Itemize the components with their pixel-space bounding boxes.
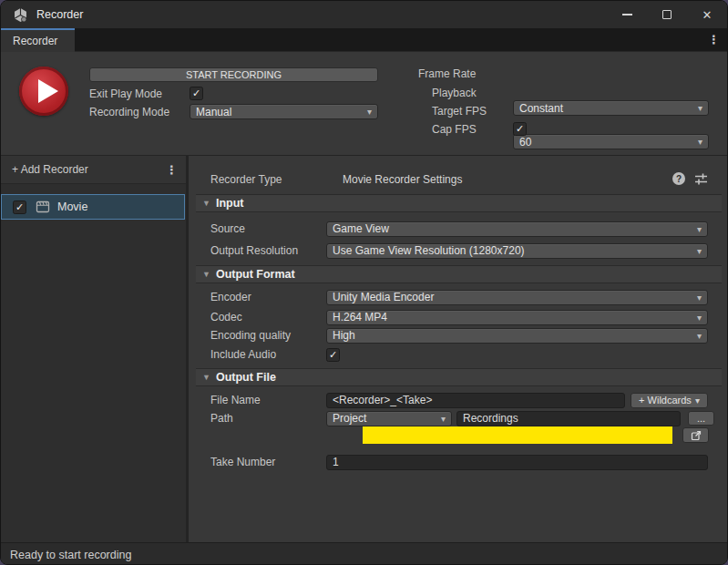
- play-icon: [38, 79, 58, 103]
- section-header-output-format[interactable]: ▼ Output Format: [196, 265, 722, 283]
- record-play-button[interactable]: [19, 67, 68, 116]
- recorder-window: Recorder ✕ Recorder ⋮ START RECORDING Ex…: [0, 0, 728, 565]
- wildcards-button[interactable]: + Wildcards ▾: [631, 393, 708, 408]
- include-audio-checkbox[interactable]: ✓: [326, 348, 340, 362]
- close-icon: ✕: [702, 9, 713, 21]
- chevron-down-icon: ▾: [695, 396, 700, 406]
- help-icon[interactable]: ?: [672, 172, 685, 185]
- chevron-down-icon: ▾: [697, 331, 702, 341]
- encoding-quality-label: Encoding quality: [210, 329, 326, 342]
- sidebar-header: + Add Recorder ⋮: [1, 156, 186, 184]
- chevron-down-icon: ▾: [697, 224, 702, 234]
- path-row: Path Project ▾ ...: [210, 410, 714, 426]
- title-bar: Recorder ✕: [1, 1, 727, 28]
- encoder-value: Unity Media Encoder: [333, 291, 693, 303]
- recording-mode-label: Recording Mode: [89, 106, 169, 118]
- file-name-row: File Name + Wildcards ▾: [210, 392, 708, 408]
- foldout-icon: ▼: [202, 270, 210, 279]
- output-path-preview-highlight: [363, 426, 672, 444]
- take-number-label: Take Number: [210, 456, 326, 468]
- chevron-down-icon: ▾: [697, 246, 702, 256]
- path-input[interactable]: [456, 411, 681, 426]
- source-row: Source Game View ▾: [210, 221, 708, 237]
- output-resolution-value: Use Game View Resolution (1280x720): [333, 244, 693, 257]
- tab-menu-kebab-icon[interactable]: ⋮: [708, 33, 720, 46]
- path-root-dropdown[interactable]: Project ▾: [326, 411, 452, 426]
- ellipsis-label: ...: [697, 413, 705, 424]
- status-bar: Ready to start recording: [1, 542, 727, 565]
- file-name-label: File Name: [210, 394, 326, 406]
- minimize-icon: [622, 14, 632, 15]
- target-fps-value: 60: [519, 136, 694, 149]
- target-fps-label: Target FPS: [432, 105, 487, 118]
- recorder-item-label: Movie: [57, 200, 87, 213]
- close-button[interactable]: ✕: [687, 1, 727, 28]
- tab-strip: Recorder ⋮: [1, 28, 727, 52]
- codec-value: H.264 MP4: [333, 311, 693, 324]
- section-header-input[interactable]: ▼ Input: [196, 194, 722, 212]
- check-icon: ✓: [329, 350, 337, 360]
- browse-path-button[interactable]: ...: [688, 411, 714, 426]
- encoding-quality-dropdown[interactable]: High ▾: [326, 328, 708, 344]
- encoder-dropdown[interactable]: Unity Media Encoder ▾: [326, 290, 708, 305]
- recorder-type-row: Recorder Type Movie Recorder Settings: [210, 171, 462, 188]
- start-recording-button[interactable]: START RECORDING: [89, 67, 378, 82]
- movie-recorder-icon: [36, 200, 50, 214]
- encoding-quality-row: Encoding quality High ▾: [210, 327, 708, 344]
- chevron-down-icon: ▾: [698, 137, 702, 147]
- section-header-output-file[interactable]: ▼ Output File: [196, 368, 722, 386]
- recorder-list-item-movie[interactable]: ✓ Movie: [1, 194, 185, 220]
- output-resolution-dropdown[interactable]: Use Game View Resolution (1280x720) ▾: [326, 243, 708, 259]
- preset-icon[interactable]: [693, 171, 709, 187]
- exit-play-mode-checkbox[interactable]: ✓: [190, 87, 203, 100]
- path-label: Path: [210, 412, 326, 425]
- window-title: Recorder: [36, 8, 83, 21]
- encoding-quality-value: High: [333, 329, 693, 342]
- recorder-list-sidebar: + Add Recorder ⋮ ✓ Movie: [1, 156, 186, 542]
- codec-label: Codec: [210, 311, 326, 324]
- target-fps-dropdown[interactable]: 60 ▾: [513, 134, 709, 149]
- add-recorder-button[interactable]: + Add Recorder: [12, 163, 88, 176]
- status-message: Ready to start recording: [10, 549, 131, 561]
- recorder-settings-panel: Recorder Type Movie Recorder Settings ? …: [189, 156, 727, 542]
- body-area: + Add Recorder ⋮ ✓ Movie: [1, 156, 727, 542]
- movie-enabled-checkbox[interactable]: ✓: [13, 200, 26, 214]
- source-label: Source: [210, 222, 326, 235]
- maximize-button[interactable]: [647, 1, 687, 28]
- check-icon: ✓: [15, 202, 24, 212]
- section-title: Output Format: [216, 268, 295, 281]
- codec-dropdown[interactable]: H.264 MP4 ▾: [326, 310, 708, 325]
- source-value: Game View: [333, 222, 693, 235]
- open-external-icon: [691, 430, 702, 441]
- help-glyph: ?: [676, 174, 682, 184]
- foldout-icon: ▼: [202, 199, 210, 208]
- recorder-type-label: Recorder Type: [210, 173, 343, 186]
- recording-mode-dropdown[interactable]: Manual ▾: [190, 104, 378, 119]
- cap-fps-checkbox[interactable]: ✓: [513, 122, 527, 136]
- take-number-input[interactable]: [326, 455, 708, 470]
- chevron-down-icon: ▾: [367, 107, 372, 117]
- chevron-down-icon: ▾: [697, 293, 702, 303]
- wildcards-label: + Wildcards: [639, 395, 692, 406]
- section-title: Output File: [216, 371, 276, 384]
- window-controls: ✕: [607, 1, 727, 28]
- maximize-icon: [662, 10, 672, 19]
- chevron-down-icon: ▾: [697, 313, 702, 323]
- source-dropdown[interactable]: Game View ▾: [326, 221, 708, 237]
- recording-mode-value: Manual: [196, 106, 364, 118]
- encoder-label: Encoder: [210, 291, 326, 303]
- check-icon: ✓: [192, 88, 200, 98]
- open-output-location-button[interactable]: [682, 427, 709, 443]
- playback-dropdown[interactable]: Constant ▾: [513, 100, 709, 116]
- cap-fps-label: Cap FPS: [432, 123, 477, 136]
- minimize-button[interactable]: [607, 1, 647, 28]
- file-name-input[interactable]: [326, 393, 625, 408]
- recorder-list-kebab-icon[interactable]: ⋮: [166, 163, 178, 177]
- include-audio-label: Include Audio: [210, 348, 326, 361]
- take-number-row: Take Number: [210, 454, 708, 470]
- unity-logo-icon: [13, 7, 28, 23]
- output-resolution-row: Output Resolution Use Game View Resoluti…: [210, 242, 708, 259]
- chevron-down-icon: ▾: [441, 414, 446, 424]
- include-audio-row: Include Audio ✓: [210, 346, 340, 363]
- tab-recorder[interactable]: Recorder: [1, 28, 75, 52]
